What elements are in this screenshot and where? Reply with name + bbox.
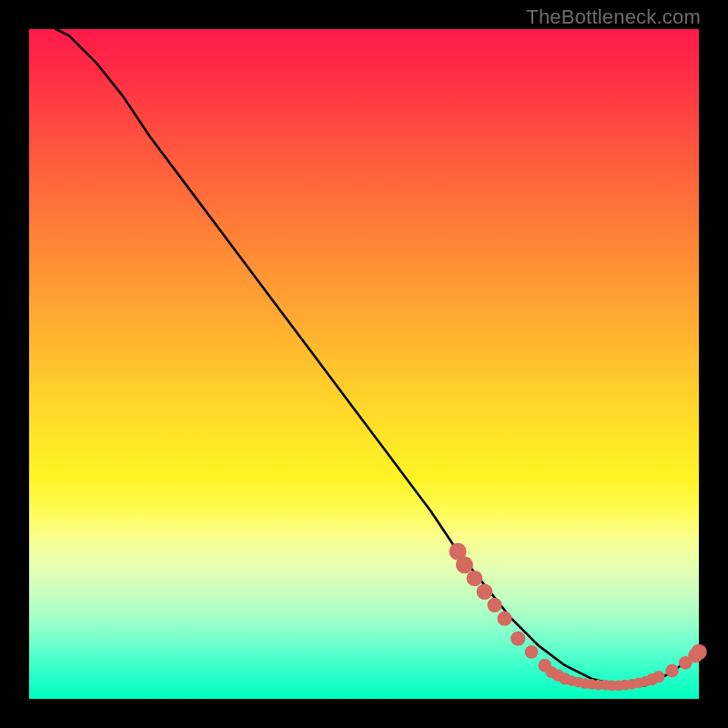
data-marker bbox=[467, 571, 483, 587]
watermark-text: TheBottleneck.com bbox=[526, 5, 701, 29]
data-marker bbox=[477, 583, 493, 600]
data-marker bbox=[497, 612, 511, 626]
data-marker bbox=[652, 671, 664, 682]
data-marker bbox=[456, 556, 473, 573]
chart-svg bbox=[29, 29, 699, 699]
data-marker bbox=[511, 632, 525, 646]
data-markers bbox=[449, 543, 706, 692]
data-marker bbox=[691, 644, 707, 661]
data-marker bbox=[487, 598, 501, 612]
chart-frame: TheBottleneck.com bbox=[0, 0, 728, 728]
bottleneck-curve bbox=[56, 29, 699, 685]
data-marker bbox=[525, 645, 539, 659]
data-marker bbox=[665, 664, 679, 678]
